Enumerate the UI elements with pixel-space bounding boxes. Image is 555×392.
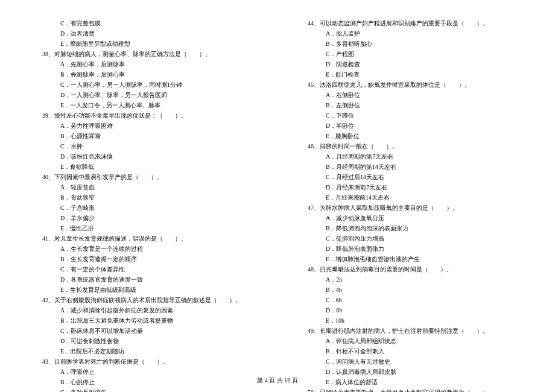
option-text: E．食欲降低 (30, 162, 259, 172)
option-text: B．骨盆狭窄 (30, 192, 259, 203)
question-text: 43、目前医学界对死亡的判断依据是（ ）。 (30, 356, 259, 367)
option-text: A．减少和消除引起腹外斜疝的复发的因素 (30, 305, 259, 315)
question-text: 46、排卵的时间一般在（ ）。 (296, 141, 525, 151)
option-text: C．卧床休息不可以增加活动量 (30, 326, 259, 336)
question-text: 50、已确诊为青春期功血，大量出血止血时宜采用的激素为（ ）。 (296, 387, 525, 392)
option-text: A．减少动脉血氧分压 (296, 213, 525, 223)
left-column: C．有完整包膜D．边界清楚E．瘤细胞呈异型或幼稚型38、对脉短绌的病人，测量心率… (30, 18, 259, 392)
option-text: C．下蹲位 (296, 110, 525, 121)
option-text: C．询问病人有无过敏史 (296, 356, 525, 367)
question-text: 42、关于右侧腹股沟斜疝嵌顿病人的术后出院指导正确的叙述是（ ）。 (30, 295, 259, 305)
option-text: C．子宫畸形 (30, 203, 259, 213)
option-text: E．瘤细胞呈异型或幼稚型 (30, 39, 259, 49)
option-text: B．生长发育遵循一定的顺序 (30, 254, 259, 264)
option-text: A．2h (296, 274, 525, 285)
option-text: A．生长发育是一个连续的过程 (30, 244, 259, 254)
option-text: C．6h (296, 295, 525, 305)
option-text: D．各系统器官发育的速度一致 (30, 274, 259, 285)
option-text: D．月经来潮前7天左右 (296, 182, 525, 192)
option-text: D．认真消毒病人局部皮肤 (296, 367, 525, 377)
question-text: 45、法洛四联症患儿，缺氧发作时宜采取的体位是（ ）。 (296, 80, 525, 90)
option-text: A．右侧卧位 (296, 90, 525, 100)
option-text: E．膝胸卧位 (296, 131, 525, 141)
question-text: 39、慢性左心功能不全最早出现的症状是：（ ）。 (30, 110, 259, 121)
question-text: 38、对脉短绌的病人，测量心率、脉率的正确方法是（ ）。 (30, 49, 259, 59)
question-text: 40、下列因素中最易引发早产的是（ ）。 (30, 172, 259, 182)
option-text: B．多普勒听胎心 (296, 39, 525, 49)
option-text: A．胎儿监护 (296, 28, 525, 39)
option-text: D．一人测心率、脉率，另一人报告医师 (30, 90, 259, 100)
option-text: E．出院后不必定期随访 (30, 346, 259, 356)
option-text: B．心源性哮喘 (30, 131, 259, 141)
option-text: D．8h (296, 305, 525, 315)
option-text: B．针梗不可全部刺入 (296, 346, 525, 356)
option-text: C．有完整包膜 (30, 18, 259, 28)
option-text: A．评估病人局部组织状态 (296, 336, 525, 346)
option-text: A．轻度贫血 (30, 182, 259, 192)
question-text: 48、日光曝晒法达到消毒目的需要的时间是（ ）。 (296, 264, 525, 274)
option-text: C．产程图 (296, 49, 525, 59)
option-text: E．一人发口令，另一人测心率、脉率 (30, 100, 259, 110)
option-text: C．一人测心率，另一人测脉率，同时测1分钟 (30, 80, 259, 90)
option-text: D．可进食刺激性食物 (30, 336, 259, 346)
option-text: D．咳粉红色泡沫痰 (30, 151, 259, 162)
option-text: B．出院后三天避免重体力劳动或者提重物 (30, 315, 259, 326)
option-text: B．月经周期的第14天左右 (296, 162, 525, 172)
option-text: E．肛门检查 (296, 69, 525, 80)
page-footer: 第 4 页 共 16 页 (30, 376, 525, 385)
option-text: A．呼吸停止 (30, 367, 259, 377)
question-text: 49、长期进行肌内注射的病人，护士在注射前要特别注意（ ）。 (296, 326, 525, 336)
content-columns: C．有完整包膜D．边界清楚E．瘤细胞呈异型或幼稚型38、对脉短绌的病人，测量心率… (30, 18, 525, 392)
option-text: E．增加肺泡毛细血管渗出液的产生 (296, 254, 525, 264)
option-text: B．降低肺泡内泡沫的表面张力 (296, 223, 525, 233)
question-text: 44、可以动态监测产妇产程进展和识别难产的重要手段是（ ）。 (296, 18, 525, 28)
option-text: C．月经过后14天左右 (296, 172, 525, 182)
option-text: A．月经周期的第7天左右 (296, 151, 525, 162)
option-text: C．各种反射消失 (30, 387, 259, 392)
option-text: D．羊水偏少 (30, 213, 259, 223)
option-text: E．10h (296, 315, 525, 326)
option-text: A．先测心率，后测脉率 (30, 59, 259, 69)
option-text: D．阴道检查 (296, 59, 525, 69)
option-text: B．左侧卧位 (296, 100, 525, 110)
option-text: D．降低肺泡表面张力 (296, 244, 525, 254)
option-text: E．慢性乙肝 (30, 223, 259, 233)
option-text: B．4h (296, 285, 525, 295)
question-text: 47、为肺水肿病人采取加压吸氧的主要目的是（ ）。 (296, 203, 525, 213)
question-text: 41、对儿童生长发育规律的描述，错误的是（ ）。 (30, 233, 259, 244)
option-text: D．半卧位 (296, 121, 525, 131)
option-text: C．水肿 (30, 141, 259, 151)
option-text: C．使肺泡内压力增高 (296, 233, 525, 244)
option-text: D．边界清楚 (30, 28, 259, 39)
right-column: 44、可以动态监测产妇产程进展和识别难产的重要手段是（ ）。A．胎儿监护B．多普… (296, 18, 525, 392)
option-text: E．月经来潮前14天左右 (296, 192, 525, 203)
option-text: E．生长发育是由低级到高级 (30, 285, 259, 295)
option-text: A．劳力性呼吸困难 (30, 121, 259, 131)
option-text: C．有一定的个体差异性 (30, 264, 259, 274)
option-text: B．先测脉率，后测心率 (30, 69, 259, 80)
